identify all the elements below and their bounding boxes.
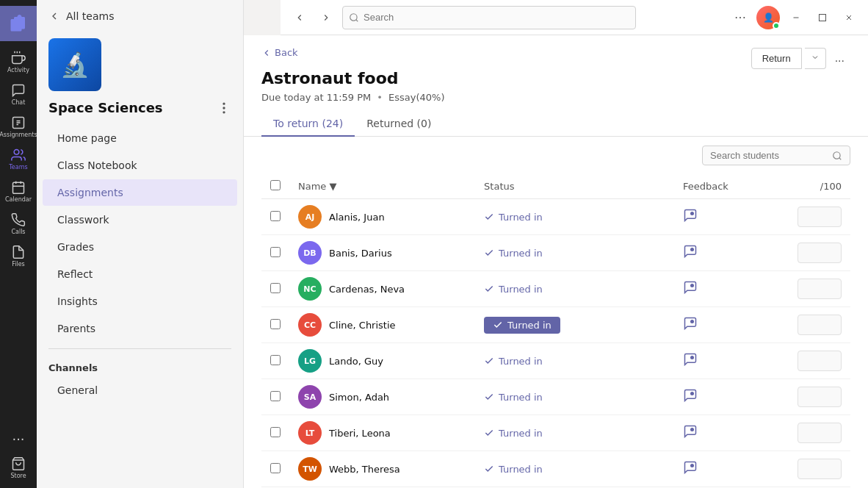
nav-calendar[interactable]: Calendar (4, 176, 33, 206)
score-cell (789, 235, 850, 271)
feedback-icon[interactable] (683, 354, 698, 370)
table-area: Name ▼ Status Feedback /100 (244, 137, 868, 488)
row-checkbox[interactable] (270, 247, 281, 257)
feedback-icon[interactable] (683, 390, 698, 406)
student-name-cell: TWWebb, Theresa (289, 451, 475, 487)
maximize-button[interactable] (812, 7, 833, 28)
nav-chat[interactable]: Chat (4, 79, 33, 109)
close-icon (845, 13, 853, 22)
sidebar-channel-general[interactable]: General (43, 377, 237, 403)
row-checkbox-cell (261, 379, 289, 415)
back-link[interactable]: Back (261, 47, 298, 58)
feedback-cell (674, 271, 789, 307)
nav-store[interactable]: Store (4, 453, 33, 482)
content-header: Back Return ... Astronaut fo (244, 35, 868, 103)
check-icon (484, 428, 494, 438)
user-avatar: 👤 (756, 6, 780, 29)
tab-returned[interactable]: Returned (0) (355, 112, 443, 137)
sidebar-divider (48, 348, 231, 349)
score-cell (789, 343, 850, 379)
sidebar-item-class-notebook[interactable]: Class Notebook (43, 152, 237, 179)
feedback-icon[interactable] (683, 426, 698, 442)
score-input[interactable] (798, 459, 842, 479)
feedback-icon[interactable] (683, 210, 698, 226)
score-input[interactable] (798, 243, 842, 263)
score-cell (789, 415, 850, 451)
tab-to-return[interactable]: To return (24) (261, 112, 355, 137)
sidebar-nav: Home page Class Notebook Assignments Cla… (37, 124, 243, 342)
svg-point-15 (223, 112, 225, 113)
row-checkbox[interactable] (270, 319, 281, 329)
nav-teams[interactable]: Teams (4, 144, 33, 173)
nav-activity[interactable]: Activity (4, 47, 33, 76)
nav-files[interactable]: Files (4, 241, 33, 270)
status-cell: Turned in (475, 271, 674, 307)
feedback-icon[interactable] (683, 318, 698, 334)
status-cell: Turned in (475, 235, 674, 271)
svg-point-31 (690, 464, 694, 467)
sidebar-item-reflect[interactable]: Reflect (43, 261, 237, 287)
score-input[interactable] (798, 423, 842, 443)
row-checkbox[interactable] (270, 427, 281, 437)
assignment-title: Astronaut food (261, 69, 850, 87)
all-teams-link[interactable]: All teams (37, 0, 243, 32)
search-icon (349, 12, 359, 23)
row-checkbox[interactable] (270, 211, 281, 221)
feedback-icon[interactable] (683, 246, 698, 262)
nav-assignments[interactable]: Assignments (4, 112, 33, 141)
score-input[interactable] (798, 207, 842, 227)
sidebar-item-classwork[interactable]: Classwork (43, 207, 237, 233)
settings-button[interactable]: ⋯ (730, 7, 751, 28)
select-all-header (261, 174, 289, 199)
status-cell: Turned in (475, 451, 674, 487)
left-arrow-icon (294, 12, 305, 23)
score-input[interactable] (798, 351, 842, 371)
score-input[interactable] (798, 315, 842, 335)
feedback-cell (674, 307, 789, 343)
nav-calls[interactable]: Calls (4, 209, 33, 238)
check-icon (493, 320, 503, 330)
table-row: AJAlanis, Juan Turned in (261, 199, 850, 235)
left-sidebar: All teams 🔬 Space Sciences Home page Cla… (37, 0, 244, 488)
row-checkbox-cell (261, 235, 289, 271)
select-all-checkbox[interactable] (270, 180, 281, 190)
search-bar[interactable] (342, 6, 636, 29)
sidebar-item-insights[interactable]: Insights (43, 288, 237, 315)
score-input[interactable] (798, 387, 842, 407)
return-button[interactable]: Return (751, 48, 802, 69)
svg-point-29 (690, 392, 694, 395)
score-input[interactable] (798, 279, 842, 299)
student-search-box[interactable] (702, 146, 850, 165)
team-more-icon[interactable] (217, 101, 231, 115)
top-right: ⋯ 👤 (730, 6, 859, 29)
back-arrow-icon (48, 10, 60, 22)
sidebar-item-assignments[interactable]: Assignments (43, 179, 237, 206)
forward-nav-button[interactable] (316, 7, 336, 28)
feedback-icon[interactable] (683, 282, 698, 298)
status-text: Turned in (484, 248, 665, 259)
sidebar-item-parents[interactable]: Parents (43, 315, 237, 342)
score-cell (789, 451, 850, 487)
row-checkbox[interactable] (270, 391, 281, 401)
row-checkbox[interactable] (270, 283, 281, 293)
more-options-button[interactable]: ... (829, 47, 850, 69)
sidebar-item-home-page[interactable]: Home page (43, 125, 237, 151)
close-button[interactable] (839, 7, 859, 28)
back-nav-button[interactable] (289, 7, 310, 28)
sidebar-item-grades[interactable]: Grades (43, 234, 237, 260)
feedback-icon[interactable] (683, 462, 698, 478)
row-checkbox[interactable] (270, 355, 281, 365)
student-avatar: NC (298, 277, 322, 301)
row-checkbox[interactable] (270, 463, 281, 473)
search-input[interactable] (364, 12, 629, 23)
status-text: Turned in (484, 464, 665, 475)
minimize-button[interactable] (786, 7, 806, 28)
return-dropdown[interactable] (805, 48, 826, 69)
student-search-input[interactable] (710, 150, 828, 161)
col-header-name[interactable]: Name ▼ (289, 174, 475, 199)
nav-more[interactable]: ... (4, 420, 33, 450)
status-dot (773, 22, 780, 29)
feedback-cell (674, 451, 789, 487)
student-name-cell: NCCardenas, Neva (289, 271, 475, 307)
student-name-label: Alanis, Juan (329, 212, 385, 223)
